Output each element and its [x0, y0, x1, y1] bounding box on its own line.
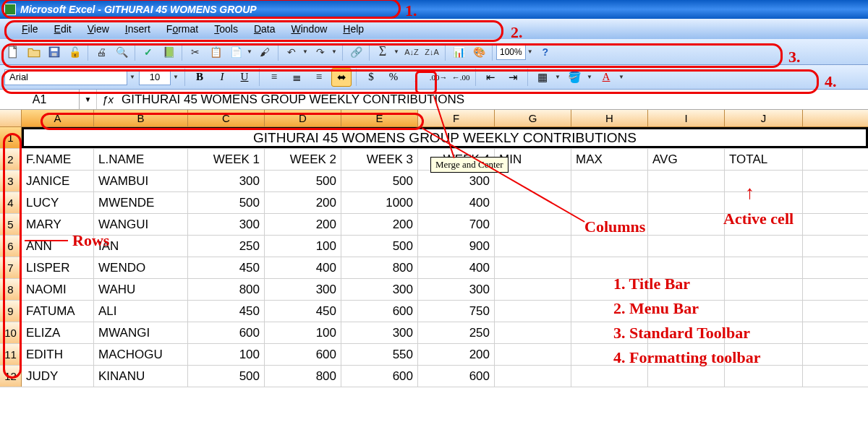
undo-icon[interactable]: ↶ — [282, 43, 301, 61]
column-header-F[interactable]: F — [418, 110, 495, 126]
zoom-dropdown[interactable]: ▼ — [527, 48, 535, 55]
cell-A8[interactable]: NAOMI — [22, 279, 94, 300]
align-right-icon[interactable]: ≡ — [309, 68, 329, 87]
fill-color-dropdown[interactable]: ▼ — [587, 74, 594, 80]
cell-E4[interactable]: 1000 — [341, 192, 418, 213]
cell-I12[interactable] — [648, 366, 725, 387]
cell-G8[interactable] — [495, 279, 571, 300]
align-left-icon[interactable]: ≡ — [264, 68, 284, 87]
percent-icon[interactable]: % — [383, 68, 404, 87]
copy-icon[interactable]: 📋 — [206, 43, 225, 61]
cell-F12[interactable]: 600 — [418, 366, 495, 387]
column-header-B[interactable]: B — [94, 110, 188, 126]
format-painter-icon[interactable]: 🖌 — [255, 43, 274, 61]
cell-A4[interactable]: LUCY — [22, 192, 94, 213]
cell-I10[interactable] — [648, 322, 725, 343]
cell-C6[interactable]: 250 — [188, 236, 265, 257]
cell-D8[interactable]: 300 — [265, 279, 341, 300]
borders-dropdown[interactable]: ▼ — [555, 74, 562, 80]
cell-B7[interactable]: WENDO — [94, 257, 188, 278]
align-center-icon[interactable]: ≣ — [286, 68, 307, 87]
cell-C10[interactable]: 600 — [188, 322, 265, 343]
cell-J11[interactable] — [725, 344, 803, 365]
cell-G11[interactable] — [495, 344, 571, 365]
row-header-6[interactable]: 6 — [0, 236, 22, 257]
cell-A7[interactable]: LISPER — [22, 257, 94, 278]
cell-J9[interactable] — [725, 301, 803, 322]
cell-D11[interactable]: 600 — [265, 344, 341, 365]
cell-H4[interactable] — [571, 192, 648, 213]
cell-C5[interactable]: 300 — [188, 214, 265, 235]
cell-D6[interactable]: 100 — [265, 236, 341, 257]
cell-G5[interactable] — [495, 214, 571, 235]
cell-E11[interactable]: 550 — [341, 344, 418, 365]
drawing-icon[interactable]: 🎨 — [469, 43, 488, 61]
cell-I8[interactable] — [648, 279, 725, 300]
cell-E2[interactable]: WEEK 3 — [341, 149, 418, 170]
redo-icon[interactable]: ↷ — [311, 43, 330, 61]
font-size-box[interactable]: 10 — [139, 69, 171, 85]
name-box-dropdown[interactable]: ▼ — [80, 90, 97, 109]
cell-A5[interactable]: MARY — [22, 214, 94, 235]
cell-I4[interactable] — [648, 192, 725, 213]
autosum-icon[interactable]: Σ — [373, 43, 392, 61]
cell-J8[interactable] — [725, 279, 803, 300]
name-box[interactable]: A1 — [0, 90, 80, 109]
menu-file[interactable]: File — [22, 23, 38, 35]
help-icon[interactable]: ? — [536, 43, 555, 61]
save-icon[interactable] — [45, 43, 64, 61]
decrease-decimal-icon[interactable]: ←.00 — [451, 68, 471, 87]
cell-B4[interactable]: MWENDE — [94, 192, 188, 213]
cell-J5[interactable] — [725, 214, 803, 235]
cell-A11[interactable]: EDITH — [22, 344, 94, 365]
increase-indent-icon[interactable]: ⇥ — [503, 68, 523, 87]
cell-I6[interactable] — [648, 236, 725, 257]
column-header-J[interactable]: J — [725, 110, 803, 126]
cell-A2[interactable]: F.NAME — [22, 149, 94, 170]
merged-title-cell[interactable]: GITHURAI 45 WOMENS GROUP WEEKLY CONTRIBU… — [22, 127, 868, 148]
cell-D9[interactable]: 450 — [265, 301, 341, 322]
cell-C7[interactable]: 450 — [188, 257, 265, 278]
font-size-dropdown[interactable]: ▼ — [173, 74, 180, 80]
print-preview-icon[interactable]: 🔍 — [112, 43, 131, 61]
bold-icon[interactable]: B — [190, 68, 210, 87]
cell-C3[interactable]: 300 — [188, 171, 265, 191]
row-header-10[interactable]: 10 — [0, 322, 22, 343]
cell-F5[interactable]: 700 — [418, 214, 495, 235]
cell-F7[interactable]: 400 — [418, 257, 495, 278]
cell-B6[interactable]: IAN — [94, 236, 188, 257]
cell-H7[interactable] — [571, 257, 648, 278]
menu-format[interactable]: Format — [166, 23, 198, 35]
cell-J3[interactable] — [725, 171, 803, 191]
cell-I9[interactable] — [648, 301, 725, 322]
cell-A9[interactable]: FATUMA — [22, 301, 94, 322]
cell-G7[interactable] — [495, 257, 571, 278]
cell-A10[interactable]: ELIZA — [22, 322, 94, 343]
column-header-C[interactable]: C — [188, 110, 265, 126]
cell-F10[interactable]: 250 — [418, 322, 495, 343]
row-header-12[interactable]: 12 — [0, 366, 22, 387]
row-header-5[interactable]: 5 — [0, 214, 22, 235]
cell-B10[interactable]: MWANGI — [94, 322, 188, 343]
row-header-1[interactable]: 1 — [0, 127, 22, 148]
cell-E9[interactable]: 600 — [341, 301, 418, 322]
chart-wizard-icon[interactable]: 📊 — [449, 43, 468, 61]
cell-E12[interactable]: 600 — [341, 366, 418, 387]
column-header-E[interactable]: E — [341, 110, 418, 126]
cell-E5[interactable]: 200 — [341, 214, 418, 235]
cell-D3[interactable]: 500 — [265, 171, 341, 191]
sort-desc-icon[interactable]: Z↓A — [422, 43, 441, 61]
row-header-4[interactable]: 4 — [0, 192, 22, 213]
cell-F9[interactable]: 750 — [418, 301, 495, 322]
cell-I3[interactable] — [648, 171, 725, 191]
cell-F4[interactable]: 400 — [418, 192, 495, 213]
cell-G12[interactable] — [495, 366, 571, 387]
cell-C12[interactable]: 500 — [188, 366, 265, 387]
increase-decimal-icon[interactable]: .00→ — [428, 68, 448, 87]
research-icon[interactable]: 📗 — [159, 43, 178, 61]
currency-icon[interactable]: $ — [361, 68, 381, 87]
cell-D5[interactable]: 200 — [265, 214, 341, 235]
cut-icon[interactable]: ✂ — [186, 43, 205, 61]
underline-icon[interactable]: U — [234, 68, 255, 87]
cell-H3[interactable] — [571, 171, 648, 191]
